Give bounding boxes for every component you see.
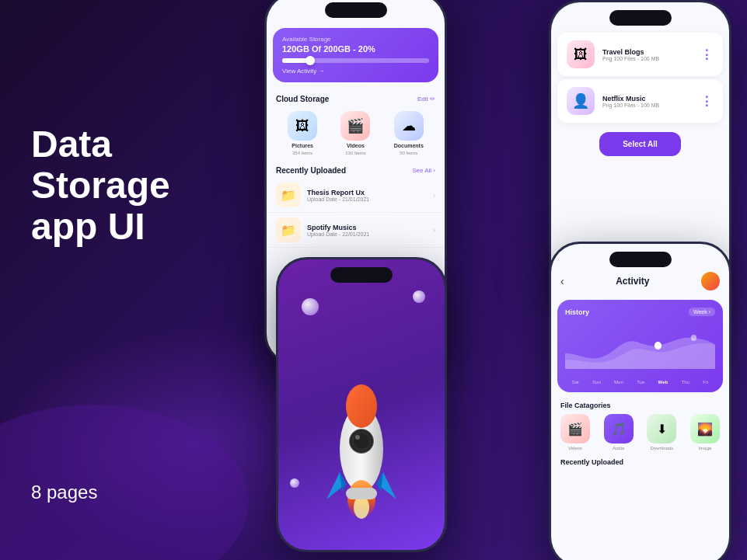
svg-point-9: [691, 335, 696, 341]
sphere-decoration-2: [413, 290, 425, 303]
downloads-cat-icon: ⬇: [647, 414, 676, 443]
title-line-2: Storage: [31, 165, 170, 206]
folder-icon-thesis: 📁: [276, 183, 301, 207]
select-all-button[interactable]: Select All: [599, 132, 681, 156]
sphere-decoration-1: [302, 298, 319, 315]
videos-label: Videos: [347, 143, 365, 148]
view-activity-link[interactable]: View Activity →: [282, 68, 429, 75]
activity-title: Activity: [616, 276, 649, 287]
history-chart: History Week › Sat Sun Mon Tue Web: [557, 300, 723, 392]
see-all-link[interactable]: See All ›: [412, 167, 435, 174]
file-categories-section: File Catagories 🎬 Videos 🎵 Audio ⬇ Downl…: [551, 397, 729, 455]
storage-progress-fill: [282, 58, 312, 63]
svg-point-4: [355, 435, 360, 440]
recently-uploaded-label: Recently Uploaded: [551, 455, 729, 469]
phone-rocket-screen: [276, 257, 447, 552]
travel-blogs-name: Travel Blogs: [602, 48, 693, 56]
category-audio[interactable]: 🎵 Audio: [604, 414, 634, 450]
days-row: Sat Sun Mon Tue Web Thu Fri: [565, 380, 715, 384]
day-fri: Fri: [703, 380, 708, 384]
netflix-music-size: Png 100 Files - 100 MB: [602, 103, 693, 108]
travel-blogs-size: Png 100 Files - 100 MB: [602, 56, 693, 61]
storage-label: Available Storage: [282, 36, 429, 43]
travel-blogs-icon: 🖼: [567, 40, 595, 68]
videos-category[interactable]: 🎬 Videos 130 Items: [340, 111, 370, 155]
downloads-cat-label: Downloads: [650, 446, 673, 450]
pictures-label: Pictures: [291, 143, 313, 148]
documents-category[interactable]: ☁ Documents 50 Items: [394, 111, 424, 155]
back-button[interactable]: ‹: [560, 275, 564, 287]
day-web: Web: [658, 380, 668, 384]
activity-header: ‹ Activity: [551, 267, 729, 295]
image-cat-label: Image: [699, 446, 712, 450]
videos-cat-icon: 🎬: [560, 414, 590, 443]
sphere-decoration-3: [290, 478, 299, 488]
categories-row: 🎬 Videos 🎵 Audio ⬇ Downloads 🌄 Image: [560, 414, 720, 450]
phone-4-content: ‹ Activity History Week › Sa: [551, 244, 729, 560]
svg-point-1: [346, 384, 377, 428]
left-section: Data Storage app UI 8 pages: [31, 124, 170, 270]
title-line-3: app UI: [31, 206, 145, 247]
netflix-music-name: Netflix Music: [602, 95, 693, 103]
phone-3-content: [278, 259, 445, 550]
audio-cat-label: Audio: [613, 446, 624, 450]
documents-icon: ☁: [394, 111, 424, 141]
cloud-icons-row: 🖼 Pictures 354 Items 🎬 Videos 130 Items …: [267, 106, 445, 160]
folder-icon-spotify: 📁: [276, 217, 301, 242]
category-videos[interactable]: 🎬 Videos: [560, 414, 590, 450]
day-thu: Thu: [682, 380, 689, 384]
recently-uploaded-header: Recently Uploaded See All ›: [267, 160, 445, 178]
netflix-music-icon: 👤: [567, 87, 595, 115]
more-options-icon[interactable]: ⋮: [700, 47, 714, 62]
title-line-1: Data: [31, 123, 112, 165]
category-image[interactable]: 🌄 Image: [690, 414, 720, 450]
recently-uploaded-title: Recently Uploaded: [276, 166, 346, 175]
upload-item-spotify[interactable]: 📁 Spotify Musics Upload Date - 22/01/202…: [267, 213, 445, 248]
thesis-name: Thesis Report Ux: [307, 189, 427, 197]
week-filter-button[interactable]: Week ›: [689, 308, 715, 316]
chevron-right-icon: ›: [433, 191, 435, 200]
category-downloads[interactable]: ⬇ Downloads: [647, 414, 676, 450]
documents-count: 50 Items: [400, 151, 417, 155]
audio-cat-icon: 🎵: [604, 414, 634, 443]
day-sat: Sat: [572, 380, 579, 384]
svg-point-8: [654, 342, 661, 350]
main-title: Data Storage app UI: [31, 124, 170, 247]
videos-count: 130 Items: [345, 151, 365, 155]
chart-title: History: [565, 308, 589, 316]
day-mon: Mon: [614, 380, 623, 384]
cloud-storage-header: Cloud Storage Edit ✏: [267, 89, 445, 106]
upload-info-spotify: Spotify Musics Upload Date - 22/01/2021: [307, 224, 427, 237]
pictures-count: 354 Items: [292, 151, 312, 155]
thesis-date: Upload Date - 21/01/2021: [307, 197, 427, 202]
documents-label: Documents: [394, 143, 424, 148]
spotify-date: Upload Date - 22/01/2021: [307, 231, 427, 237]
day-sun: Sun: [592, 380, 601, 384]
spotify-name: Spotify Musics: [307, 224, 427, 231]
videos-cat-label: Videos: [568, 446, 582, 450]
edit-action[interactable]: Edit ✏: [417, 96, 435, 103]
file-categories-title: File Catagories: [560, 402, 720, 409]
more-options-icon-2[interactable]: ⋮: [700, 94, 714, 109]
pictures-icon: 🖼: [288, 111, 317, 141]
wave-chart-area: [565, 322, 715, 377]
file-item-travel[interactable]: 🖼 Travel Blogs Png 100 Files - 100 MB ⋮: [557, 33, 723, 76]
upload-info-thesis: Thesis Report Ux Upload Date - 21/01/202…: [307, 189, 427, 202]
chevron-right-icon-2: ›: [433, 226, 435, 235]
user-avatar: [701, 272, 720, 290]
storage-amount: 120GB Of 200GB - 20%: [282, 44, 429, 54]
rocket-illustration: [311, 379, 412, 534]
netflix-music-info: Netflix Music Png 100 Files - 100 MB: [602, 95, 693, 108]
file-item-netflix[interactable]: 👤 Netflix Music Png 100 Files - 100 MB ⋮: [557, 79, 723, 123]
storage-banner: Available Storage 120GB Of 200GB - 20% V…: [273, 28, 438, 82]
image-cat-icon: 🌄: [690, 414, 720, 443]
page-count: 8 pages: [31, 482, 97, 503]
chart-header: History Week ›: [565, 308, 715, 316]
svg-rect-7: [346, 488, 377, 499]
upload-item-thesis[interactable]: 📁 Thesis Report Ux Upload Date - 21/01/2…: [267, 178, 445, 213]
travel-blogs-info: Travel Blogs Png 100 Files - 100 MB: [602, 48, 693, 61]
phone-activity-screen: ‹ Activity History Week › Sa: [549, 242, 731, 560]
day-tue: Tue: [637, 380, 644, 384]
pictures-category[interactable]: 🖼 Pictures 354 Items: [288, 111, 317, 155]
videos-icon: 🎬: [340, 111, 370, 141]
